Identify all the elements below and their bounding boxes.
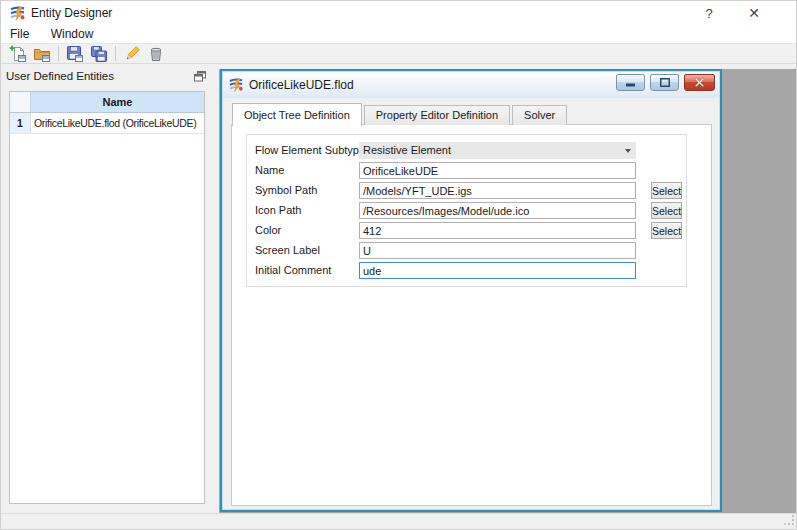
- resize-grip[interactable]: [784, 515, 795, 529]
- form-row-name: Name: [247, 162, 686, 180]
- select-icon-path-button[interactable]: Select: [651, 202, 682, 219]
- color-input[interactable]: [359, 222, 636, 239]
- icon-path-label: Icon Path: [255, 204, 301, 216]
- table-corner-cell: [10, 92, 31, 112]
- float-window-icon: [194, 71, 206, 82]
- color-label: Color: [255, 224, 281, 236]
- tab-object-tree-definition[interactable]: Object Tree Definition: [232, 103, 362, 126]
- status-bar: [1, 513, 797, 530]
- flow-element-subtype-label: Flow Element Subtype: [255, 144, 365, 156]
- document-title: OrificeLikeUDE.flod: [249, 78, 354, 92]
- document-icon: [228, 77, 244, 93]
- combobox-value: Resistive Element: [363, 144, 451, 156]
- form-row-color: Color Select: [247, 222, 686, 240]
- row-number-cell: 1: [10, 113, 31, 133]
- new-file-icon: [9, 45, 27, 63]
- caption-buttons: [616, 74, 715, 91]
- document-window: OrificeLikeUDE.flod: [220, 69, 722, 512]
- close-icon: [695, 78, 704, 87]
- document-title-bar[interactable]: OrificeLikeUDE.flod: [223, 72, 719, 98]
- title-bar: Entity Designer ? ✕: [1, 1, 797, 26]
- table-row[interactable]: 1 OrificeLikeUDE.flod (OrificeLikeUDE): [10, 113, 204, 134]
- window-title: Entity Designer: [31, 6, 112, 20]
- entities-table: Name 1 OrificeLikeUDE.flod (OrificeLikeU…: [9, 91, 205, 504]
- restore-icon: [660, 78, 670, 87]
- initial-comment-label: Initial Comment: [255, 264, 331, 276]
- select-symbol-path-button[interactable]: Select: [651, 182, 682, 199]
- name-input[interactable]: [359, 162, 636, 179]
- close-document-button[interactable]: [684, 74, 715, 91]
- form-row-screen-label: Screen Label: [247, 242, 686, 260]
- menu-file[interactable]: File: [1, 26, 38, 42]
- tab-solver[interactable]: Solver: [512, 105, 567, 125]
- chevron-down-icon: [625, 149, 631, 153]
- select-color-button[interactable]: Select: [651, 222, 682, 239]
- tab-property-editor-definition[interactable]: Property Editor Definition: [364, 105, 510, 125]
- name-column-header[interactable]: Name: [31, 92, 204, 112]
- flow-element-subtype-combobox[interactable]: Resistive Element: [359, 142, 636, 159]
- form-row-symbol-path: Symbol Path Select: [247, 182, 686, 200]
- new-entity-button[interactable]: [6, 44, 30, 63]
- help-button[interactable]: ?: [693, 1, 725, 26]
- symbol-path-input[interactable]: [359, 182, 636, 199]
- form-row-icon-path: Icon Path Select: [247, 202, 686, 220]
- table-header-row: Name: [10, 92, 204, 113]
- document-tabs: Object Tree Definition Property Editor D…: [232, 102, 569, 125]
- entity-properties-groupbox: Flow Element Subtype Resistive Element N…: [246, 134, 687, 287]
- minimize-icon: [626, 78, 635, 87]
- delete-entity-button[interactable]: [144, 44, 168, 63]
- pencil-icon: [123, 45, 141, 63]
- dock-panel-title: User Defined Entities: [6, 70, 114, 82]
- mdi-area: OrificeLikeUDE.flod: [219, 69, 797, 513]
- object-tree-definition-page: Flow Element Subtype Resistive Element N…: [231, 124, 712, 506]
- symbol-path-label: Symbol Path: [255, 184, 317, 196]
- minimize-button[interactable]: [616, 74, 645, 91]
- initial-comment-input[interactable]: [359, 262, 636, 279]
- entity-name-cell: OrificeLikeUDE.flod (OrificeLikeUDE): [31, 113, 204, 133]
- form-row-flow-element-subtype: Flow Element Subtype Resistive Element: [247, 142, 686, 160]
- form-row-initial-comment: Initial Comment: [247, 262, 686, 280]
- open-entity-button[interactable]: [30, 44, 54, 63]
- toolbar: [1, 43, 797, 64]
- icon-path-input[interactable]: [359, 202, 636, 219]
- app-logo-icon: [9, 5, 26, 22]
- restore-button[interactable]: [650, 74, 679, 91]
- menu-bar: File Window: [1, 26, 797, 43]
- save-icon: [66, 45, 84, 63]
- trash-icon: [147, 45, 165, 63]
- screen-label-label: Screen Label: [255, 244, 320, 256]
- screen-label-input[interactable]: [359, 242, 636, 259]
- main-area: User Defined Entities Name 1 OrificeLike…: [1, 64, 797, 513]
- resize-grip-icon: [784, 515, 795, 526]
- save-all-button[interactable]: [87, 44, 111, 63]
- close-window-button[interactable]: ✕: [738, 1, 770, 26]
- dock-float-button[interactable]: [193, 70, 207, 83]
- name-label: Name: [255, 164, 284, 176]
- edit-entity-button[interactable]: [120, 44, 144, 63]
- save-entity-button[interactable]: [63, 44, 87, 63]
- save-all-icon: [90, 45, 108, 63]
- entity-designer-window: Entity Designer ? ✕ File Window: [0, 0, 797, 530]
- open-folder-icon: [33, 45, 51, 63]
- menu-window[interactable]: Window: [42, 26, 103, 42]
- toolbar-separator: [115, 46, 116, 61]
- toolbar-separator: [58, 46, 59, 61]
